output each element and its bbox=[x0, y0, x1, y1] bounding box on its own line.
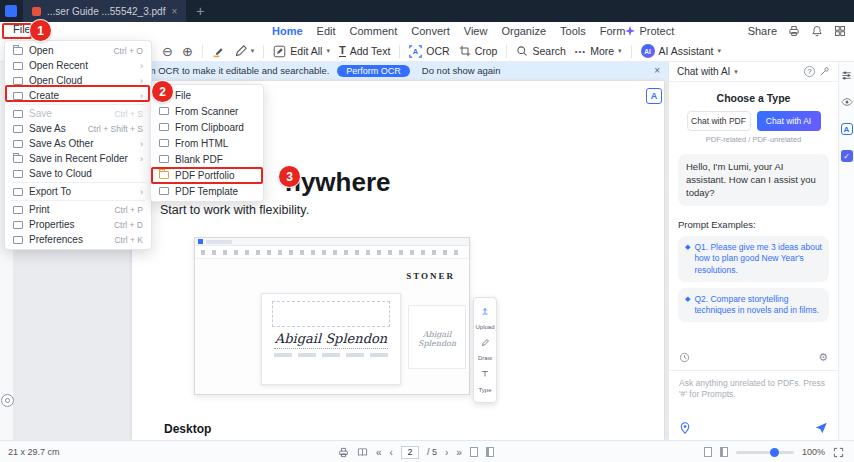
tab-organize[interactable]: Organize bbox=[501, 25, 546, 37]
tab-comment[interactable]: Comment bbox=[350, 25, 398, 37]
prompt-example-1[interactable]: ◆ Q1. Please give me 3 ideas about how t… bbox=[678, 236, 829, 281]
share-button[interactable]: Share bbox=[748, 25, 777, 37]
menu-item-properties[interactable]: Properties Ctrl + D bbox=[5, 217, 151, 232]
tab-edit[interactable]: Edit bbox=[317, 25, 336, 37]
history-clock-icon[interactable] bbox=[679, 352, 690, 363]
print-icon[interactable] bbox=[338, 447, 349, 458]
menu-item-label: Preferences bbox=[29, 234, 83, 245]
submenu-item-from-clipboard[interactable]: From Clipboard bbox=[151, 119, 263, 135]
translate-icon[interactable]: A bbox=[841, 123, 853, 135]
prompt-example-2[interactable]: ◆ Q2. Compare storytelling techniques in… bbox=[678, 288, 829, 322]
two-page-view-icon[interactable] bbox=[486, 447, 494, 457]
eye-icon[interactable] bbox=[841, 96, 853, 108]
signature-text: Abigail Splendon bbox=[262, 331, 400, 346]
menu-item-save-as[interactable]: Save As Ctrl + Shift + S bbox=[5, 121, 151, 136]
submenu-item-blank-pdf[interactable]: Blank PDF bbox=[151, 151, 263, 167]
ai-assistant-button[interactable]: AI AI Assistant ▾ bbox=[641, 44, 721, 58]
close-tab-icon[interactable]: × bbox=[171, 6, 177, 17]
upload-option[interactable]: Upload bbox=[475, 324, 494, 330]
tab-tools[interactable]: Tools bbox=[560, 25, 586, 37]
menu-item-save: Save Ctrl + S bbox=[5, 106, 151, 121]
send-icon[interactable] bbox=[815, 421, 828, 434]
chat-with-pdf-button[interactable]: Chat with PDF bbox=[687, 111, 751, 131]
fullscreen-icon[interactable] bbox=[833, 447, 844, 458]
highlighter-icon[interactable] bbox=[212, 45, 225, 58]
fit-page-icon[interactable] bbox=[704, 447, 712, 457]
fit-width-icon[interactable] bbox=[720, 447, 728, 457]
annotation-box-pdf-portfolio bbox=[151, 167, 263, 184]
tab-view[interactable]: View bbox=[464, 25, 488, 37]
crop-button[interactable]: Crop bbox=[459, 45, 498, 57]
document-tab-title: ...ser Guide ...55542_3.pdf bbox=[47, 6, 165, 17]
perform-ocr-button[interactable]: Perform OCR bbox=[337, 65, 410, 77]
more-button[interactable]: ••• More ▾ bbox=[575, 45, 622, 57]
menu-item-save-to-cloud[interactable]: Save to Cloud bbox=[5, 166, 151, 181]
chevron-down-icon: ▾ bbox=[734, 68, 738, 76]
ocr-button[interactable]: A OCR bbox=[409, 45, 449, 58]
help-icon[interactable]: ? bbox=[804, 66, 815, 77]
zoom-in-icon[interactable]: ⊕ bbox=[182, 44, 193, 59]
tab-protect[interactable]: Protect bbox=[639, 25, 674, 37]
menu-item-open-recent[interactable]: Open Recent › bbox=[5, 58, 151, 73]
zoom-slider-handle[interactable] bbox=[770, 448, 779, 457]
menu-item-export-to[interactable]: Export To › bbox=[5, 184, 151, 199]
close-notification-icon[interactable]: × bbox=[654, 65, 660, 76]
tab-form[interactable]: Form bbox=[600, 25, 626, 37]
submenu-item-from-html[interactable]: From HTML bbox=[151, 135, 263, 151]
zoom-percent-label[interactable]: 100% bbox=[802, 447, 825, 457]
apps-grid-icon[interactable] bbox=[834, 25, 846, 37]
translate-float-icon[interactable]: A bbox=[646, 88, 662, 104]
single-page-view-icon[interactable] bbox=[470, 447, 478, 457]
pin-panel-icon[interactable] bbox=[819, 66, 830, 77]
last-page-icon[interactable]: » bbox=[456, 447, 462, 458]
search-button[interactable]: Search bbox=[516, 45, 565, 57]
chevron-right-icon: › bbox=[140, 154, 143, 164]
first-page-icon[interactable]: « bbox=[376, 447, 382, 458]
tab-convert[interactable]: Convert bbox=[411, 25, 450, 37]
submenu-item-pdf-template[interactable]: PDF Template bbox=[151, 183, 263, 199]
edit-all-button[interactable]: Edit All ▾ bbox=[273, 45, 330, 58]
type-option[interactable]: Type bbox=[478, 387, 491, 393]
do-not-show-again-link[interactable]: Do not show again bbox=[422, 65, 501, 76]
search-label: Search bbox=[532, 45, 565, 57]
chat-with-ai-button[interactable]: Chat with AI bbox=[757, 111, 821, 131]
zoom-slider[interactable] bbox=[736, 451, 794, 454]
help-float-icon[interactable] bbox=[1, 394, 14, 407]
next-page-icon[interactable]: › bbox=[445, 447, 448, 458]
checklist-icon[interactable]: ✓ bbox=[841, 150, 853, 162]
pen-tool-button[interactable]: ▾ bbox=[234, 45, 255, 58]
embedded-screenshot: STONER Abigail Splendon Abigail Splendon bbox=[194, 237, 470, 395]
add-text-button[interactable]: T Add Text bbox=[339, 45, 390, 57]
statusbar: 21 x 29.7 cm « ‹ 2 / 5 › » 100% bbox=[0, 440, 854, 462]
zoom-out-icon[interactable]: ⊖ bbox=[162, 44, 173, 59]
ai-panel-body: Choose a Type Chat with PDF Chat with AI… bbox=[669, 82, 838, 322]
menu-item-save-as-other[interactable]: Save As Other › bbox=[5, 136, 151, 151]
tab-home[interactable]: Home bbox=[272, 25, 303, 37]
new-tab-icon[interactable]: + bbox=[196, 3, 204, 19]
document-tab[interactable]: ...ser Guide ...55542_3.pdf × bbox=[23, 0, 186, 22]
menu-item-label: Print bbox=[29, 204, 50, 215]
menu-item-print[interactable]: Print Ctrl + P bbox=[5, 202, 151, 217]
settings-gear-icon[interactable]: ⚙ bbox=[818, 351, 828, 364]
print-icon[interactable] bbox=[788, 25, 800, 37]
menubar-right-cluster: Share bbox=[748, 22, 846, 40]
ai-input-box[interactable]: Ask anything unrelated to PDFs. Press '#… bbox=[669, 370, 838, 440]
prompt-example-1-text: Q1. Please give me 3 ideas about how to … bbox=[694, 242, 822, 275]
svg-text:A: A bbox=[413, 47, 419, 56]
tune-sliders-icon[interactable] bbox=[841, 70, 852, 81]
previous-page-icon[interactable]: ‹ bbox=[390, 447, 393, 458]
ai-panel-mode-dropdown[interactable]: Chat with AI bbox=[677, 66, 730, 77]
menu-shortcut: Ctrl + K bbox=[114, 235, 143, 245]
submenu-item-from-scanner[interactable]: From Scanner bbox=[151, 103, 263, 119]
notification-bell-icon[interactable] bbox=[811, 25, 823, 37]
current-page-input[interactable]: 2 bbox=[401, 446, 419, 459]
draw-option[interactable]: Draw bbox=[478, 355, 492, 361]
location-pin-icon[interactable] bbox=[679, 422, 691, 434]
menu-item-open[interactable]: Open Ctrl + O bbox=[5, 43, 151, 58]
menu-item-save-in-recent-folder[interactable]: Save in Recent Folder › bbox=[5, 151, 151, 166]
ai-sparkle-icon[interactable] bbox=[624, 25, 636, 37]
reading-mode-icon[interactable] bbox=[357, 447, 368, 458]
chevron-down-icon: ▾ bbox=[717, 47, 721, 55]
signature-card: Abigail Splendon bbox=[261, 293, 401, 385]
menu-item-preferences[interactable]: Preferences Ctrl + K bbox=[5, 232, 151, 247]
